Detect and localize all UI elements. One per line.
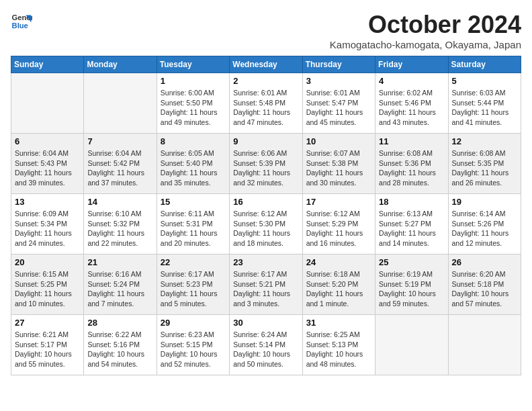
calendar-cell: 16Sunrise: 6:12 AMSunset: 5:30 PMDayligh… xyxy=(230,194,302,255)
calendar-cell: 31Sunrise: 6:25 AMSunset: 5:13 PMDayligh… xyxy=(302,315,375,375)
weekday-header-wednesday: Wednesday xyxy=(230,56,302,73)
calendar-cell: 22Sunrise: 6:17 AMSunset: 5:23 PMDayligh… xyxy=(157,255,229,315)
calendar-cell: 15Sunrise: 6:11 AMSunset: 5:31 PMDayligh… xyxy=(157,194,229,255)
day-info: Sunrise: 6:05 AMSunset: 5:40 PMDaylight:… xyxy=(161,148,226,188)
day-number: 14 xyxy=(87,197,152,207)
day-number: 18 xyxy=(379,197,444,207)
weekday-header-monday: Monday xyxy=(84,56,157,73)
day-info: Sunrise: 6:12 AMSunset: 5:30 PMDaylight:… xyxy=(233,209,298,248)
day-info: Sunrise: 6:10 AMSunset: 5:32 PMDaylight:… xyxy=(87,209,152,248)
day-number: 23 xyxy=(233,257,298,267)
day-info: Sunrise: 6:21 AMSunset: 5:17 PMDaylight:… xyxy=(15,330,80,369)
day-info: Sunrise: 6:04 AMSunset: 5:42 PMDaylight:… xyxy=(87,148,152,188)
day-number: 26 xyxy=(452,257,517,267)
weekday-header-friday: Friday xyxy=(375,56,448,73)
logo-icon: General Blue xyxy=(11,11,32,32)
day-info: Sunrise: 6:24 AMSunset: 5:14 PMDaylight:… xyxy=(233,330,298,369)
weekday-header-tuesday: Tuesday xyxy=(157,56,229,73)
day-number: 3 xyxy=(306,76,371,86)
day-info: Sunrise: 6:08 AMSunset: 5:36 PMDaylight:… xyxy=(379,148,444,188)
calendar-cell: 4Sunrise: 6:02 AMSunset: 5:46 PMDaylight… xyxy=(375,73,448,134)
calendar-cell: 18Sunrise: 6:13 AMSunset: 5:27 PMDayligh… xyxy=(375,194,448,255)
calendar-cell: 19Sunrise: 6:14 AMSunset: 5:26 PMDayligh… xyxy=(448,194,521,255)
calendar-cell: 21Sunrise: 6:16 AMSunset: 5:24 PMDayligh… xyxy=(84,255,157,315)
day-info: Sunrise: 6:23 AMSunset: 5:15 PMDaylight:… xyxy=(161,330,226,369)
day-number: 9 xyxy=(233,136,298,146)
day-number: 11 xyxy=(379,136,444,146)
day-number: 17 xyxy=(306,197,371,207)
day-info: Sunrise: 6:12 AMSunset: 5:29 PMDaylight:… xyxy=(306,209,371,248)
calendar-cell xyxy=(11,73,84,134)
day-number: 29 xyxy=(161,318,226,328)
day-number: 10 xyxy=(306,136,371,146)
calendar-table: SundayMondayTuesdayWednesdayThursdayFrid… xyxy=(11,56,521,375)
calendar-cell: 12Sunrise: 6:08 AMSunset: 5:35 PMDayligh… xyxy=(448,134,521,194)
day-info: Sunrise: 6:07 AMSunset: 5:38 PMDaylight:… xyxy=(306,148,371,188)
day-number: 25 xyxy=(379,257,444,267)
month-title: October 2024 xyxy=(330,11,521,39)
calendar-cell: 13Sunrise: 6:09 AMSunset: 5:34 PMDayligh… xyxy=(11,194,84,255)
weekday-header-thursday: Thursday xyxy=(302,56,375,73)
day-info: Sunrise: 6:20 AMSunset: 5:18 PMDaylight:… xyxy=(452,269,517,309)
day-info: Sunrise: 6:16 AMSunset: 5:24 PMDaylight:… xyxy=(87,269,152,309)
day-info: Sunrise: 6:25 AMSunset: 5:13 PMDaylight:… xyxy=(306,330,371,369)
calendar-cell: 29Sunrise: 6:23 AMSunset: 5:15 PMDayligh… xyxy=(157,315,229,375)
day-number: 7 xyxy=(87,136,152,146)
day-info: Sunrise: 6:01 AMSunset: 5:48 PMDaylight:… xyxy=(233,88,298,128)
day-number: 28 xyxy=(87,318,152,328)
day-number: 15 xyxy=(161,197,226,207)
calendar-cell: 9Sunrise: 6:06 AMSunset: 5:39 PMDaylight… xyxy=(230,134,302,194)
calendar-cell: 28Sunrise: 6:22 AMSunset: 5:16 PMDayligh… xyxy=(84,315,157,375)
title-block: October 2024 Kamogatacho-kamogata, Okaya… xyxy=(330,11,521,50)
day-number: 20 xyxy=(15,257,80,267)
page-header: General Blue October 2024 Kamogatacho-ka… xyxy=(11,11,521,50)
day-number: 24 xyxy=(306,257,371,267)
calendar-cell xyxy=(448,315,521,375)
day-number: 31 xyxy=(306,318,371,328)
weekday-header-saturday: Saturday xyxy=(448,56,521,73)
calendar-cell: 1Sunrise: 6:00 AMSunset: 5:50 PMDaylight… xyxy=(157,73,229,134)
day-info: Sunrise: 6:13 AMSunset: 5:27 PMDaylight:… xyxy=(379,209,444,248)
calendar-cell xyxy=(84,73,157,134)
calendar-cell: 20Sunrise: 6:15 AMSunset: 5:25 PMDayligh… xyxy=(11,255,84,315)
day-number: 6 xyxy=(15,136,80,146)
day-info: Sunrise: 6:19 AMSunset: 5:19 PMDaylight:… xyxy=(379,269,444,309)
calendar-week-row: 6Sunrise: 6:04 AMSunset: 5:43 PMDaylight… xyxy=(11,134,521,194)
svg-text:Blue: Blue xyxy=(12,21,28,30)
day-info: Sunrise: 6:09 AMSunset: 5:34 PMDaylight:… xyxy=(15,209,80,248)
day-info: Sunrise: 6:11 AMSunset: 5:31 PMDaylight:… xyxy=(161,209,226,248)
calendar-cell xyxy=(375,315,448,375)
day-info: Sunrise: 6:01 AMSunset: 5:47 PMDaylight:… xyxy=(306,88,371,128)
location: Kamogatacho-kamogata, Okayama, Japan xyxy=(330,39,521,50)
calendar-cell: 3Sunrise: 6:01 AMSunset: 5:47 PMDaylight… xyxy=(302,73,375,134)
calendar-week-row: 1Sunrise: 6:00 AMSunset: 5:50 PMDaylight… xyxy=(11,73,521,134)
calendar-cell: 24Sunrise: 6:18 AMSunset: 5:20 PMDayligh… xyxy=(302,255,375,315)
day-info: Sunrise: 6:03 AMSunset: 5:44 PMDaylight:… xyxy=(452,88,517,128)
day-info: Sunrise: 6:04 AMSunset: 5:43 PMDaylight:… xyxy=(15,148,80,188)
calendar-cell: 8Sunrise: 6:05 AMSunset: 5:40 PMDaylight… xyxy=(157,134,229,194)
calendar-cell: 10Sunrise: 6:07 AMSunset: 5:38 PMDayligh… xyxy=(302,134,375,194)
day-number: 27 xyxy=(15,318,80,328)
day-info: Sunrise: 6:06 AMSunset: 5:39 PMDaylight:… xyxy=(233,148,298,188)
day-number: 22 xyxy=(161,257,226,267)
calendar-cell: 5Sunrise: 6:03 AMSunset: 5:44 PMDaylight… xyxy=(448,73,521,134)
day-number: 21 xyxy=(87,257,152,267)
calendar-week-row: 13Sunrise: 6:09 AMSunset: 5:34 PMDayligh… xyxy=(11,194,521,255)
day-number: 19 xyxy=(452,197,517,207)
calendar-cell: 23Sunrise: 6:17 AMSunset: 5:21 PMDayligh… xyxy=(230,255,302,315)
calendar-cell: 7Sunrise: 6:04 AMSunset: 5:42 PMDaylight… xyxy=(84,134,157,194)
calendar-cell: 30Sunrise: 6:24 AMSunset: 5:14 PMDayligh… xyxy=(230,315,302,375)
logo: General Blue xyxy=(11,11,32,32)
calendar-cell: 25Sunrise: 6:19 AMSunset: 5:19 PMDayligh… xyxy=(375,255,448,315)
day-info: Sunrise: 6:02 AMSunset: 5:46 PMDaylight:… xyxy=(379,88,444,128)
day-number: 16 xyxy=(233,197,298,207)
calendar-cell: 2Sunrise: 6:01 AMSunset: 5:48 PMDaylight… xyxy=(230,73,302,134)
day-number: 30 xyxy=(233,318,298,328)
calendar-cell: 26Sunrise: 6:20 AMSunset: 5:18 PMDayligh… xyxy=(448,255,521,315)
day-info: Sunrise: 6:17 AMSunset: 5:23 PMDaylight:… xyxy=(161,269,226,309)
calendar-cell: 27Sunrise: 6:21 AMSunset: 5:17 PMDayligh… xyxy=(11,315,84,375)
day-number: 13 xyxy=(15,197,80,207)
calendar-cell: 14Sunrise: 6:10 AMSunset: 5:32 PMDayligh… xyxy=(84,194,157,255)
day-number: 5 xyxy=(452,76,517,86)
calendar-cell: 11Sunrise: 6:08 AMSunset: 5:36 PMDayligh… xyxy=(375,134,448,194)
